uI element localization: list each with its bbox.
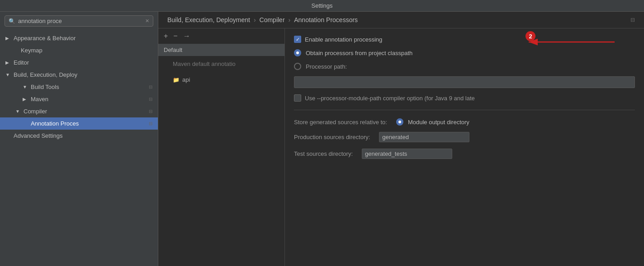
breadcrumb-sep-2: › xyxy=(289,16,291,23)
sidebar-item-compiler[interactable]: ▼ Compiler ⊟ xyxy=(0,105,158,117)
list-item[interactable]: Default xyxy=(158,44,284,56)
processor-panel: + − → Default Maven default annotatio xyxy=(158,28,285,266)
processor-label: Default xyxy=(164,47,182,53)
enable-annotation-row: ✓ Enable annotation processing 2 xyxy=(294,36,635,43)
sidebar: 🔍 ✕ ▶ Appearance & Behavior Keymap ▶ Edi… xyxy=(0,12,158,266)
remove-button[interactable]: − xyxy=(173,32,177,40)
chevron-icon: ▶ xyxy=(5,60,11,65)
search-icon: 🔍 xyxy=(9,18,15,24)
chevron-icon xyxy=(23,121,28,126)
content-area: Build, Execution, Deployment › Compiler … xyxy=(158,12,644,266)
content-body: + − → Default Maven default annotatio xyxy=(158,28,644,266)
folder-icon: 📁 xyxy=(173,77,180,83)
sidebar-item-label: Keymap xyxy=(21,47,152,54)
obtain-processors-label: Obtain processors from project classpath xyxy=(306,50,412,56)
add-button[interactable]: + xyxy=(164,32,168,40)
processor-list: Default Maven default annotatio 📁 api xyxy=(158,44,284,266)
pin-icon: ⊟ xyxy=(149,97,152,102)
test-sources-input[interactable] xyxy=(362,149,452,159)
production-sources-label: Production sources directory: xyxy=(294,134,370,140)
sidebar-item-annotation-processors[interactable]: Annotation Proces ⊟ ← 1 xyxy=(0,117,158,130)
settings-panel: ✓ Enable annotation processing 2 xyxy=(285,28,644,266)
sidebar-item-label: Annotation Proces xyxy=(31,120,146,127)
sidebar-item-label: Build, Execution, Deploy xyxy=(14,71,152,78)
chevron-icon: ▶ xyxy=(5,36,11,41)
processor-path-input[interactable] xyxy=(294,76,635,88)
sidebar-nav: ▶ Appearance & Behavior Keymap ▶ Editor … xyxy=(0,30,158,266)
use-processor-module-label: Use --processor-module-path compiler opt… xyxy=(305,95,475,102)
chevron-icon: ▼ xyxy=(5,72,11,77)
chevron-icon xyxy=(5,133,11,138)
api-label: api xyxy=(182,76,190,83)
sidebar-item-appearance[interactable]: ▶ Appearance & Behavior xyxy=(0,32,158,44)
sidebar-item-keymap[interactable]: Keymap xyxy=(0,44,158,56)
obtain-processors-radio[interactable] xyxy=(294,49,301,56)
navigate-button[interactable]: → xyxy=(183,32,190,40)
sidebar-item-label: Build Tools xyxy=(31,84,146,90)
chevron-icon: ▼ xyxy=(15,109,21,114)
badge-2: 2 xyxy=(526,31,535,41)
chevron-icon xyxy=(5,48,11,53)
sidebar-item-label: Appearance & Behavior xyxy=(14,35,152,42)
breadcrumb-part-1: Build, Execution, Deployment xyxy=(167,16,250,23)
title-bar: Settings xyxy=(0,0,644,12)
processor-path-radio[interactable] xyxy=(294,63,301,70)
store-generated-label: Store generated sources relative to: xyxy=(294,119,387,126)
panel-toolbar: + − → xyxy=(158,28,284,44)
store-generated-radio[interactable] xyxy=(396,118,403,126)
sub-item: 📁 api xyxy=(164,75,279,85)
breadcrumb-part-2: Compiler xyxy=(260,16,285,23)
processor-path-label: Processor path: xyxy=(306,63,347,70)
arrow-2-svg xyxy=(526,37,617,47)
processor-path-row: Processor path: xyxy=(294,63,635,70)
sidebar-item-label: Compiler xyxy=(24,108,146,115)
breadcrumb-sep-1: › xyxy=(254,16,256,23)
sidebar-item-label: Advanced Settings xyxy=(14,132,152,139)
list-item[interactable]: Maven default annotatio xyxy=(158,56,284,72)
sidebar-item-advanced-settings[interactable]: Advanced Settings xyxy=(0,130,158,142)
clear-search-icon[interactable]: ✕ xyxy=(145,18,149,24)
checkmark-icon: ✓ xyxy=(296,37,300,42)
store-generated-row: Store generated sources relative to: Mod… xyxy=(294,118,635,126)
sidebar-item-build-tools[interactable]: ▼ Build Tools ⊟ xyxy=(0,81,158,93)
test-sources-label: Test sources directory: xyxy=(294,150,353,157)
sidebar-item-build-exec[interactable]: ▼ Build, Execution, Deploy xyxy=(0,69,158,81)
enable-annotation-checkbox[interactable]: ✓ xyxy=(294,36,301,43)
list-item[interactable]: 📁 api xyxy=(158,72,284,88)
search-input[interactable] xyxy=(18,18,142,24)
use-processor-module-row: Use --processor-module-path compiler opt… xyxy=(294,94,635,102)
pin-icon: ⊟ xyxy=(149,109,152,114)
pin-icon: ⊟ xyxy=(149,121,152,126)
obtain-processors-row: Obtain processors from project classpath xyxy=(294,49,635,56)
sidebar-item-label: Editor xyxy=(14,59,152,66)
enable-annotation-label: Enable annotation processing xyxy=(305,36,382,43)
test-sources-row: Test sources directory: xyxy=(294,149,635,159)
main-container: 🔍 ✕ ▶ Appearance & Behavior Keymap ▶ Edi… xyxy=(0,12,644,266)
breadcrumb: Build, Execution, Deployment › Compiler … xyxy=(158,12,644,28)
search-container: 🔍 ✕ xyxy=(5,15,153,27)
production-sources-input[interactable] xyxy=(379,132,469,142)
sidebar-item-label: Maven xyxy=(31,96,146,103)
chevron-icon: ▼ xyxy=(23,84,28,89)
processor-sub-label: Maven default annotatio xyxy=(173,61,236,67)
sub-item: Maven default annotatio xyxy=(164,59,279,69)
chevron-icon: ▶ xyxy=(23,97,28,102)
breadcrumb-part-3: Annotation Processors xyxy=(294,16,358,23)
window-title: Settings xyxy=(312,2,333,9)
divider xyxy=(294,110,635,110)
pin-icon: ⊟ xyxy=(149,84,152,89)
production-sources-row: Production sources directory: xyxy=(294,132,635,142)
use-processor-module-checkbox[interactable] xyxy=(294,94,301,102)
sidebar-item-editor[interactable]: ▶ Editor xyxy=(0,56,158,69)
breadcrumb-pin-icon: ⊟ xyxy=(630,17,635,23)
store-generated-option: Module output directory xyxy=(408,119,469,126)
sidebar-item-maven[interactable]: ▶ Maven ⊟ xyxy=(0,93,158,105)
